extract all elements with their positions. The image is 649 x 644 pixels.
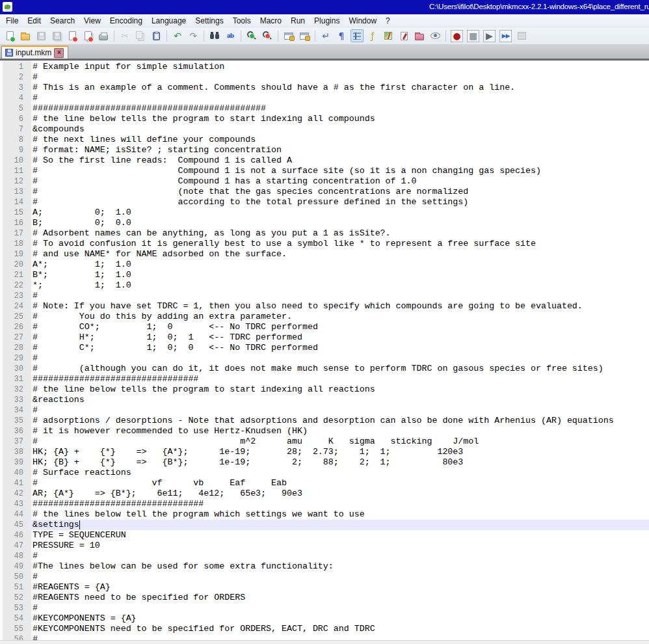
menu-item-view[interactable]: View — [79, 15, 105, 27]
line-number[interactable]: 45 — [0, 520, 29, 530]
line-number[interactable]: 9 — [0, 145, 29, 155]
macro-play-icon[interactable]: ▶ — [483, 30, 496, 42]
line-text[interactable]: # (note that the gas species concentrati… — [29, 187, 649, 197]
line-number[interactable]: 24 — [0, 301, 29, 312]
line-text[interactable]: # the line below tells the program to st… — [29, 384, 649, 395]
notepadpp-app-icon[interactable] — [3, 2, 12, 12]
folder-as-workspace-icon[interactable] — [413, 29, 426, 42]
horizontal-scrollbar[interactable] — [0, 640, 649, 644]
line-text[interactable]: # Compound 1 has a starting concentratio… — [29, 176, 649, 187]
zoom-in-icon[interactable] — [245, 29, 258, 42]
line-number[interactable]: 39 — [0, 457, 29, 468]
tab-input-mkm[interactable]: input.mkm × — [1, 46, 68, 59]
line-number[interactable]: 11 — [0, 166, 29, 176]
line-text[interactable]: # C*; 1; 0; 0 <-- No TDRC performed — [29, 343, 649, 353]
menu-item-window[interactable]: Window — [344, 15, 381, 27]
menu-item-language[interactable]: Language — [147, 15, 191, 27]
sync-vertical-scroll-icon[interactable] — [282, 29, 295, 42]
line-number[interactable]: 26 — [0, 322, 29, 332]
show-all-characters-icon[interactable]: ¶ — [335, 29, 348, 42]
line-number[interactable]: 21 — [0, 270, 29, 280]
line-text[interactable]: # the lines below tell the program which… — [29, 509, 649, 520]
show-indent-guide-icon[interactable] — [351, 29, 364, 42]
line-text[interactable]: # adsorptions / desorptions - Note that … — [29, 416, 649, 426]
line-text[interactable]: # Surface reactions — [29, 468, 649, 478]
line-number[interactable]: 13 — [0, 187, 29, 197]
line-text[interactable]: TYPE = SEQUENCERUN — [29, 530, 649, 541]
menu-item-search[interactable]: Search — [46, 15, 79, 27]
menu-item-edit[interactable]: Edit — [23, 15, 46, 27]
line-number[interactable]: 18 — [0, 239, 29, 249]
line-number[interactable]: 27 — [0, 332, 29, 343]
print-icon[interactable] — [97, 29, 110, 42]
line-text[interactable]: &compounds — [29, 124, 649, 135]
menu-item-tools[interactable]: Tools — [228, 15, 256, 27]
redo-icon[interactable]: ↷ — [187, 29, 200, 42]
zoom-out-icon[interactable] — [261, 29, 274, 42]
word-wrap-icon[interactable]: ↵ — [319, 29, 332, 42]
macro-record-icon[interactable]: ● — [451, 30, 463, 42]
line-text[interactable]: # Example input for simple simulation — [29, 62, 649, 72]
line-number[interactable]: 47 — [0, 541, 29, 551]
line-number[interactable]: 37 — [0, 436, 29, 447]
line-number[interactable]: 1 — [0, 62, 29, 72]
line-number[interactable]: 4 — [0, 93, 29, 103]
line-number[interactable]: 31 — [0, 374, 29, 384]
line-number[interactable]: 50 — [0, 572, 29, 582]
line-text[interactable]: # vf vb Eaf Eab — [29, 478, 649, 489]
line-number[interactable]: 23 — [0, 291, 29, 301]
line-text[interactable]: # and use NAME* for NAME adsorbed on the… — [29, 249, 649, 260]
line-text[interactable]: # the next lines will define your compou… — [29, 135, 649, 145]
line-text[interactable]: &reactions — [29, 395, 649, 405]
line-text[interactable]: # — [29, 291, 649, 301]
cut-icon[interactable]: ✂ — [118, 29, 131, 42]
line-number[interactable]: 53 — [0, 603, 29, 613]
line-text[interactable]: # — [29, 353, 649, 364]
line-text[interactable]: *; 1; 1.0 — [29, 280, 649, 291]
line-text[interactable]: # according to the total pressure define… — [29, 197, 649, 208]
line-text[interactable]: # — [29, 551, 649, 561]
line-text[interactable]: # — [29, 93, 649, 103]
macro-save-icon[interactable] — [515, 29, 528, 42]
line-text[interactable]: # To avoid confusion it is generally bes… — [29, 239, 649, 249]
line-text[interactable]: A*; 1; 1.0 — [29, 260, 649, 270]
line-text[interactable]: # — [29, 603, 649, 613]
line-text[interactable]: # — [29, 405, 649, 416]
menu-item-[interactable]: ? — [381, 15, 395, 27]
line-number[interactable]: 28 — [0, 343, 29, 353]
line-number[interactable]: 10 — [0, 155, 29, 166]
menu-item-settings[interactable]: Settings — [191, 15, 228, 27]
line-number[interactable]: 25 — [0, 312, 29, 322]
line-number[interactable]: 22 — [0, 280, 29, 291]
line-text[interactable]: #REAGENTS = {A} — [29, 582, 649, 593]
line-text[interactable]: # Adsorbent names can be anything, as lo… — [29, 228, 649, 239]
menu-item-plugins[interactable]: Plugins — [310, 15, 344, 27]
line-number[interactable]: 12 — [0, 176, 29, 187]
line-number[interactable]: 2 — [0, 72, 29, 83]
line-number[interactable]: 33 — [0, 395, 29, 405]
line-text[interactable]: # Compound 1 is not a surface site (so i… — [29, 166, 649, 176]
line-text[interactable]: # — [29, 634, 649, 640]
menu-item-run[interactable]: Run — [286, 15, 310, 27]
line-text[interactable]: ################################ — [29, 374, 649, 384]
open-file-icon[interactable] — [19, 29, 32, 42]
line-text[interactable]: # So the first line reads: Compound 1 is… — [29, 155, 649, 166]
line-text[interactable]: &settings — [29, 520, 649, 530]
save-file-icon[interactable] — [34, 29, 47, 42]
line-number[interactable]: 51 — [0, 582, 29, 593]
line-number[interactable]: 43 — [0, 499, 29, 509]
line-number[interactable]: 46 — [0, 530, 29, 541]
line-number[interactable]: 16 — [0, 218, 29, 228]
line-number[interactable]: 44 — [0, 509, 29, 520]
line-text[interactable]: # — [29, 572, 649, 582]
line-number[interactable]: 38 — [0, 447, 29, 457]
line-text[interactable]: B*; 1; 1.0 — [29, 270, 649, 280]
line-number[interactable]: 19 — [0, 249, 29, 260]
line-text[interactable]: HK; {B} + {*} => {B*}; 1e-19; 2; 88; 2; … — [29, 457, 649, 468]
line-text[interactable]: ########################################… — [29, 103, 649, 114]
line-text[interactable]: ################################# — [29, 499, 649, 509]
paste-icon[interactable] — [150, 29, 163, 42]
undo-icon[interactable]: ↶ — [171, 29, 184, 42]
macro-stop-icon[interactable]: ■ — [467, 30, 479, 42]
line-text[interactable]: AR; {A*} => {B*}; 6e11; 4e12; 65e3; 90e3 — [29, 489, 649, 499]
